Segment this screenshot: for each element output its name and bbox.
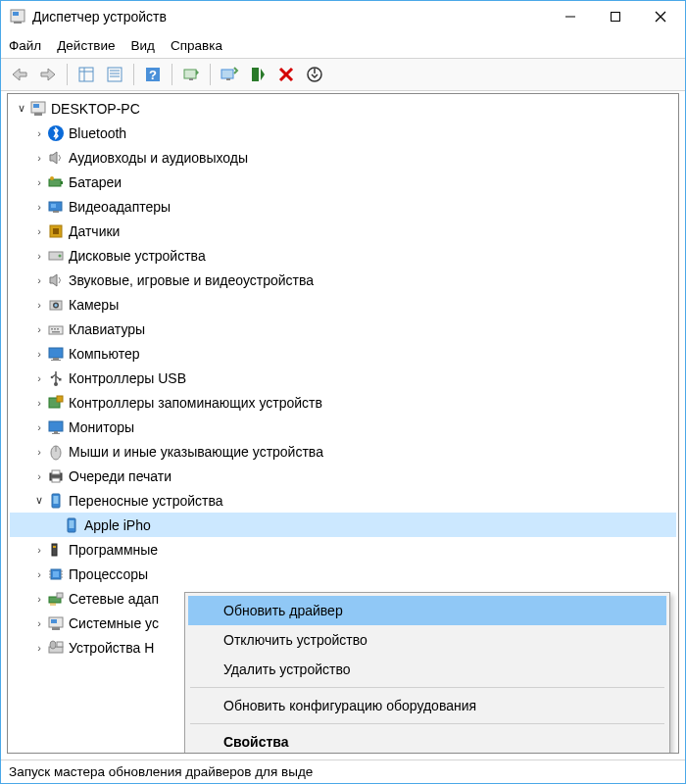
tree-item-usb-controllers[interactable]: › Контроллеры USB xyxy=(10,366,676,390)
expander-icon[interactable]: › xyxy=(31,617,47,629)
expander-icon[interactable]: › xyxy=(31,299,47,311)
menu-help[interactable]: Справка xyxy=(171,38,222,53)
tree-item-portable-devices[interactable]: ∨ Переносные устройства xyxy=(10,488,676,513)
tree-item-computer[interactable]: › Компьютер xyxy=(10,341,676,366)
window-title: Диспетчер устройств xyxy=(32,9,548,24)
context-update-driver[interactable]: Обновить драйвер xyxy=(188,596,666,625)
maximize-button[interactable] xyxy=(593,2,638,31)
keyboard-icon xyxy=(47,320,65,338)
back-button[interactable] xyxy=(7,62,32,87)
svg-point-49 xyxy=(54,382,58,386)
tree-item-keyboards[interactable]: › Клавиатуры xyxy=(10,317,676,341)
menu-file[interactable]: Файл xyxy=(9,38,41,53)
expander-icon[interactable]: › xyxy=(31,250,47,262)
tree-item-print-queues[interactable]: › Очереди печати xyxy=(10,464,676,488)
minimize-button[interactable] xyxy=(548,2,593,31)
svg-point-37 xyxy=(59,254,62,257)
show-hide-tree-button[interactable] xyxy=(74,62,99,87)
tree-item-sensors[interactable]: › Датчики xyxy=(10,219,676,243)
tree-item-label: Батареи xyxy=(69,174,122,190)
expander-icon[interactable]: › xyxy=(31,642,47,654)
expander-icon[interactable]: › xyxy=(31,372,47,384)
expander-icon[interactable]: › xyxy=(31,348,47,360)
speaker-icon xyxy=(47,149,65,167)
context-uninstall-device[interactable]: Удалить устройство xyxy=(188,655,666,684)
close-button[interactable] xyxy=(638,2,683,31)
forward-button[interactable] xyxy=(35,62,61,87)
expander-icon[interactable]: › xyxy=(31,127,47,139)
expander-icon[interactable]: › xyxy=(31,274,47,286)
scan-hardware-button[interactable] xyxy=(178,62,204,87)
svg-rect-29 xyxy=(61,181,63,184)
window-controls xyxy=(548,2,683,31)
context-disable-device[interactable]: Отключить устройство xyxy=(188,625,666,655)
svg-rect-33 xyxy=(51,204,56,208)
display-adapter-icon xyxy=(47,198,65,216)
tree-item-audio-inputs[interactable]: › Аудиовходы и аудиовыходы xyxy=(10,145,676,170)
tree-item-label: Датчики xyxy=(69,223,120,239)
expander-icon[interactable]: › xyxy=(31,568,47,580)
svg-rect-66 xyxy=(52,544,57,556)
tree-item-cameras[interactable]: › Камеры xyxy=(10,292,676,317)
tree-item-label: Apple iPho xyxy=(84,517,151,533)
disable-device-button[interactable] xyxy=(245,62,270,87)
tree-item-batteries[interactable]: › Батареи xyxy=(10,170,676,194)
tree-item-label: Мониторы xyxy=(69,419,134,435)
tree-item-monitors[interactable]: › Мониторы xyxy=(10,415,676,439)
tree-item-processors[interactable]: › Процессоры xyxy=(10,562,676,586)
tree-item-apple-iphone[interactable]: Apple iPho xyxy=(10,513,676,537)
tree-item-software-devices[interactable]: › Программные xyxy=(10,537,676,562)
context-item-label: Отключить устройство xyxy=(223,632,368,648)
help-button[interactable]: ? xyxy=(140,62,166,87)
svg-rect-10 xyxy=(108,68,122,81)
tree-item-label: Программные xyxy=(69,542,158,558)
expander-icon[interactable]: › xyxy=(31,593,47,605)
tree-item-label: Видеоадаптеры xyxy=(69,199,171,215)
svg-rect-28 xyxy=(49,179,61,186)
context-properties[interactable]: Свойства xyxy=(188,727,666,754)
tree-item-storage-controllers[interactable]: › Контроллеры запоминающих устройств xyxy=(10,390,676,415)
expander-icon[interactable]: › xyxy=(31,152,47,164)
expander-icon[interactable]: ∨ xyxy=(14,102,29,115)
tree-item-label: Дисковые устройства xyxy=(69,248,206,264)
svg-rect-63 xyxy=(54,496,59,504)
expander-icon[interactable]: › xyxy=(31,397,47,409)
expander-icon[interactable]: › xyxy=(31,446,47,458)
expander-icon[interactable]: › xyxy=(31,470,47,482)
svg-rect-51 xyxy=(59,378,62,381)
svg-rect-65 xyxy=(70,520,74,528)
tree-root[interactable]: ∨ DESKTOP-PC xyxy=(10,96,676,121)
expander-icon[interactable]: › xyxy=(31,544,47,556)
expander-icon[interactable]: › xyxy=(31,176,47,188)
processor-icon xyxy=(47,565,65,583)
tree-item-sound-devices[interactable]: › Звуковые, игровые и видеоустройства xyxy=(10,268,676,292)
uninstall-device-button[interactable] xyxy=(273,62,299,87)
update-driver-button[interactable] xyxy=(217,62,242,87)
menu-action[interactable]: Действие xyxy=(57,38,115,53)
svg-point-85 xyxy=(50,641,56,649)
svg-rect-67 xyxy=(53,546,56,548)
svg-rect-77 xyxy=(57,593,63,598)
expander-icon[interactable]: › xyxy=(31,323,47,335)
tree-item-disk-drives[interactable]: › Дисковые устройства xyxy=(10,243,676,268)
device-tree[interactable]: ∨ DESKTOP-PC › Bluetooth › Аудиовходы и … xyxy=(8,94,678,662)
expander-icon[interactable]: › xyxy=(31,225,47,237)
enable-device-button[interactable] xyxy=(302,62,327,87)
svg-rect-7 xyxy=(79,68,93,81)
svg-rect-55 xyxy=(54,431,58,433)
expander-icon[interactable]: › xyxy=(31,201,47,213)
expander-icon[interactable]: › xyxy=(31,421,47,433)
expander-icon[interactable]: ∨ xyxy=(31,494,47,507)
system-device-icon xyxy=(47,614,65,632)
mouse-icon xyxy=(47,443,65,461)
tree-item-display-adapters[interactable]: › Видеоадаптеры xyxy=(10,194,676,219)
svg-rect-18 xyxy=(221,70,233,78)
menu-view[interactable]: Вид xyxy=(131,38,155,53)
toolbar-separator xyxy=(67,64,68,85)
properties-button[interactable] xyxy=(102,62,127,87)
svg-rect-61 xyxy=(52,478,60,482)
tree-item-bluetooth[interactable]: › Bluetooth xyxy=(10,121,676,145)
context-scan-hardware[interactable]: Обновить конфигурацию оборудования xyxy=(188,691,666,720)
svg-rect-1 xyxy=(13,12,19,16)
tree-item-mice[interactable]: › Мыши и иные указывающие устройства xyxy=(10,439,676,464)
